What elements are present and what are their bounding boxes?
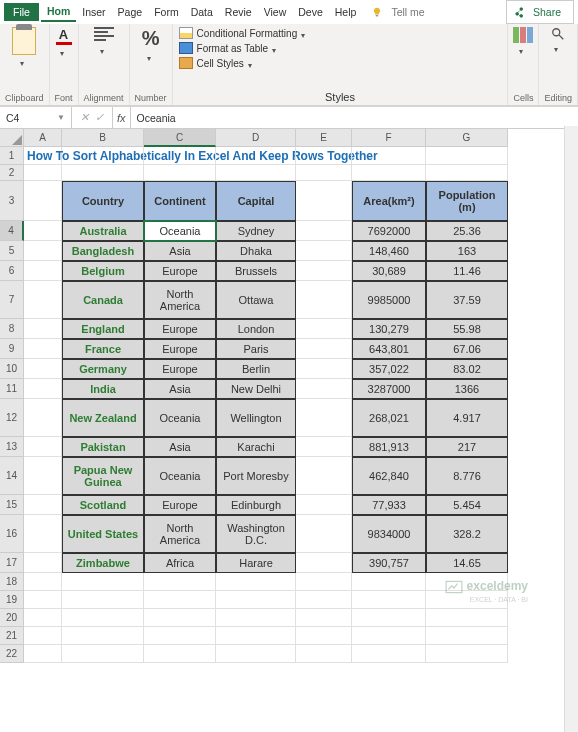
- cell-A10[interactable]: [24, 359, 62, 379]
- cell-A13[interactable]: [24, 437, 62, 457]
- cell-A15[interactable]: [24, 495, 62, 515]
- cell-G20[interactable]: [426, 609, 508, 627]
- cell-F21[interactable]: [352, 627, 426, 645]
- column-header-E[interactable]: E: [296, 129, 352, 147]
- cell-C1[interactable]: [144, 147, 216, 165]
- tell-me[interactable]: Tell me: [366, 0, 436, 24]
- cell-F1[interactable]: [352, 147, 426, 165]
- row-header-7[interactable]: 7: [0, 281, 24, 319]
- row-header-17[interactable]: 17: [0, 553, 24, 573]
- percent-icon[interactable]: %: [142, 27, 160, 50]
- cell-A6[interactable]: [24, 261, 62, 281]
- cell-F6[interactable]: 30,689: [352, 261, 426, 281]
- cell-A8[interactable]: [24, 319, 62, 339]
- conditional-formatting-button[interactable]: Conditional Formatting: [179, 27, 502, 39]
- cell-C8[interactable]: Europe: [144, 319, 216, 339]
- cell-C13[interactable]: Asia: [144, 437, 216, 457]
- cell-D3[interactable]: Capital: [216, 181, 296, 221]
- cells-dropdown-icon[interactable]: [519, 44, 527, 52]
- cell-C10[interactable]: Europe: [144, 359, 216, 379]
- paste-icon[interactable]: [12, 27, 36, 55]
- cell-G1[interactable]: [426, 147, 508, 165]
- cell-D19[interactable]: [216, 591, 296, 609]
- cell-D12[interactable]: Wellington: [216, 399, 296, 437]
- cell-E9[interactable]: [296, 339, 352, 359]
- cell-E11[interactable]: [296, 379, 352, 399]
- cell-A7[interactable]: [24, 281, 62, 319]
- cell-B20[interactable]: [62, 609, 144, 627]
- file-menu[interactable]: File: [4, 3, 39, 21]
- cell-G5[interactable]: 163: [426, 241, 508, 261]
- tab-help[interactable]: Help: [329, 3, 363, 21]
- enter-icon[interactable]: ✓: [95, 111, 104, 124]
- cell-E6[interactable]: [296, 261, 352, 281]
- row-header-22[interactable]: 22: [0, 645, 24, 663]
- cell-A16[interactable]: [24, 515, 62, 553]
- cell-D5[interactable]: Dhaka: [216, 241, 296, 261]
- cell-F19[interactable]: [352, 591, 426, 609]
- cell-B2[interactable]: [62, 165, 144, 181]
- cell-F14[interactable]: 462,840: [352, 457, 426, 495]
- cell-A11[interactable]: [24, 379, 62, 399]
- cell-G4[interactable]: 25.36: [426, 221, 508, 241]
- cell-D14[interactable]: Port Moresby: [216, 457, 296, 495]
- column-header-F[interactable]: F: [352, 129, 426, 147]
- row-header-9[interactable]: 9: [0, 339, 24, 359]
- cells-icon[interactable]: [513, 27, 533, 43]
- tab-view[interactable]: View: [258, 3, 293, 21]
- row-header-8[interactable]: 8: [0, 319, 24, 339]
- cell-E5[interactable]: [296, 241, 352, 261]
- cell-G8[interactable]: 55.98: [426, 319, 508, 339]
- cell-D15[interactable]: Edinburgh: [216, 495, 296, 515]
- row-header-20[interactable]: 20: [0, 609, 24, 627]
- cell-A9[interactable]: [24, 339, 62, 359]
- cell-D4[interactable]: Sydney: [216, 221, 296, 241]
- row-header-5[interactable]: 5: [0, 241, 24, 261]
- cell-C17[interactable]: Africa: [144, 553, 216, 573]
- cell-A12[interactable]: [24, 399, 62, 437]
- cell-B15[interactable]: Scotland: [62, 495, 144, 515]
- row-header-15[interactable]: 15: [0, 495, 24, 515]
- cell-A22[interactable]: [24, 645, 62, 663]
- row-headers[interactable]: 12345678910111213141516171819202122: [0, 147, 24, 663]
- cell-E14[interactable]: [296, 457, 352, 495]
- cell-B1[interactable]: [62, 147, 144, 165]
- formula-input[interactable]: Oceania: [131, 112, 182, 124]
- cell-D9[interactable]: Paris: [216, 339, 296, 359]
- cell-C9[interactable]: Europe: [144, 339, 216, 359]
- tab-page[interactable]: Page: [112, 3, 149, 21]
- cell-G6[interactable]: 11.46: [426, 261, 508, 281]
- cell-B18[interactable]: [62, 573, 144, 591]
- cell-B7[interactable]: Canada: [62, 281, 144, 319]
- row-header-4[interactable]: 4: [0, 221, 24, 241]
- select-all-corner[interactable]: [0, 129, 24, 147]
- row-header-11[interactable]: 11: [0, 379, 24, 399]
- cell-G12[interactable]: 4.917: [426, 399, 508, 437]
- cell-E15[interactable]: [296, 495, 352, 515]
- cell-styles-button[interactable]: Cell Styles: [179, 57, 502, 69]
- cell-F11[interactable]: 3287000: [352, 379, 426, 399]
- cell-B19[interactable]: [62, 591, 144, 609]
- cell-A2[interactable]: [24, 165, 62, 181]
- cell-D16[interactable]: Washington D.C.: [216, 515, 296, 553]
- cell-E22[interactable]: [296, 645, 352, 663]
- cell-G3[interactable]: Population (m): [426, 181, 508, 221]
- cell-C16[interactable]: North America: [144, 515, 216, 553]
- cell-D11[interactable]: New Delhi: [216, 379, 296, 399]
- cell-G13[interactable]: 217: [426, 437, 508, 457]
- cell-E2[interactable]: [296, 165, 352, 181]
- cell-D2[interactable]: [216, 165, 296, 181]
- cell-G7[interactable]: 37.59: [426, 281, 508, 319]
- paste-dropdown-icon[interactable]: [20, 56, 28, 64]
- cell-D21[interactable]: [216, 627, 296, 645]
- cell-F16[interactable]: 9834000: [352, 515, 426, 553]
- cell-C4[interactable]: Oceania: [144, 221, 216, 241]
- cell-B5[interactable]: Bangladesh: [62, 241, 144, 261]
- cell-G16[interactable]: 328.2: [426, 515, 508, 553]
- cell-C5[interactable]: Asia: [144, 241, 216, 261]
- cell-F18[interactable]: [352, 573, 426, 591]
- cell-E18[interactable]: [296, 573, 352, 591]
- row-header-13[interactable]: 13: [0, 437, 24, 457]
- row-header-2[interactable]: 2: [0, 165, 24, 181]
- cell-C14[interactable]: Oceania: [144, 457, 216, 495]
